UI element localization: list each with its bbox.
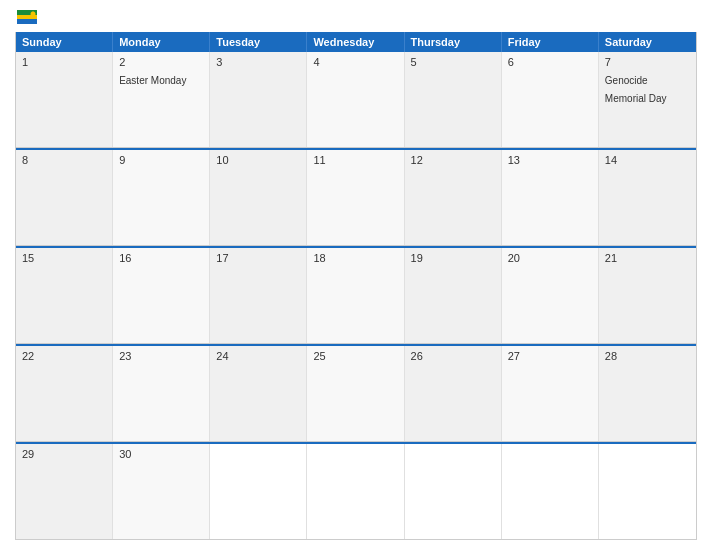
cell-date-number: 6 [508,56,592,68]
calendar-cell: 2Easter Monday [113,52,210,147]
header [15,10,697,24]
calendar-cell: 10 [210,150,307,245]
logo-flag-icon [17,10,37,24]
cell-date-number: 16 [119,252,203,264]
cell-date-number: 12 [411,154,495,166]
cell-date-number: 19 [411,252,495,264]
calendar-cell: 19 [405,248,502,343]
calendar-cell: 11 [307,150,404,245]
cell-date-number: 23 [119,350,203,362]
weekday-header-wednesday: Wednesday [307,32,404,52]
weekday-header-monday: Monday [113,32,210,52]
calendar-cell: 22 [16,346,113,441]
svg-rect-2 [17,19,37,24]
calendar-cell: 18 [307,248,404,343]
cell-date-number: 13 [508,154,592,166]
calendar-row-2: 891011121314 [16,148,696,246]
calendar-row-3: 15161718192021 [16,246,696,344]
cell-date-number: 14 [605,154,690,166]
calendar-cell: 24 [210,346,307,441]
logo [15,10,37,24]
calendar-cell: 14 [599,150,696,245]
weekday-header-friday: Friday [502,32,599,52]
cell-date-number: 22 [22,350,106,362]
cell-date-number: 30 [119,448,203,460]
cell-date-number: 8 [22,154,106,166]
cell-date-number: 25 [313,350,397,362]
calendar-cell: 21 [599,248,696,343]
cell-date-number: 7 [605,56,690,68]
calendar-cell: 13 [502,150,599,245]
cell-date-number: 15 [22,252,106,264]
page: SundayMondayTuesdayWednesdayThursdayFrid… [0,0,712,550]
calendar-cell: 12 [405,150,502,245]
calendar-cell [307,444,404,539]
calendar-cell: 9 [113,150,210,245]
cell-date-number: 21 [605,252,690,264]
calendar-cell: 27 [502,346,599,441]
calendar-cell [599,444,696,539]
calendar-cell: 26 [405,346,502,441]
calendar: SundayMondayTuesdayWednesdayThursdayFrid… [15,32,697,540]
calendar-cell: 29 [16,444,113,539]
cell-date-number: 4 [313,56,397,68]
cell-date-number: 29 [22,448,106,460]
cell-date-number: 9 [119,154,203,166]
calendar-cell: 17 [210,248,307,343]
cell-date-number: 3 [216,56,300,68]
calendar-cell: 28 [599,346,696,441]
calendar-cell: 16 [113,248,210,343]
cell-date-number: 17 [216,252,300,264]
calendar-cell: 20 [502,248,599,343]
cell-date-number: 1 [22,56,106,68]
calendar-row-1: 12Easter Monday34567Genocide Memorial Da… [16,52,696,148]
cell-date-number: 11 [313,154,397,166]
calendar-cell: 1 [16,52,113,147]
weekday-header-saturday: Saturday [599,32,696,52]
cell-date-number: 5 [411,56,495,68]
calendar-body: 12Easter Monday34567Genocide Memorial Da… [16,52,696,539]
calendar-cell: 25 [307,346,404,441]
cell-date-number: 24 [216,350,300,362]
weekday-header-sunday: Sunday [16,32,113,52]
cell-date-number: 10 [216,154,300,166]
calendar-cell [405,444,502,539]
cell-date-number: 20 [508,252,592,264]
cell-date-number: 26 [411,350,495,362]
calendar-cell [502,444,599,539]
calendar-cell: 30 [113,444,210,539]
calendar-cell: 23 [113,346,210,441]
cell-date-number: 2 [119,56,203,68]
calendar-cell: 4 [307,52,404,147]
calendar-cell: 6 [502,52,599,147]
cell-event-label: Easter Monday [119,75,186,86]
cell-date-number: 28 [605,350,690,362]
calendar-cell: 8 [16,150,113,245]
calendar-cell: 3 [210,52,307,147]
weekday-header-thursday: Thursday [405,32,502,52]
calendar-row-5: 2930 [16,442,696,539]
calendar-cell: 15 [16,248,113,343]
calendar-cell: 7Genocide Memorial Day [599,52,696,147]
calendar-cell: 5 [405,52,502,147]
calendar-row-4: 22232425262728 [16,344,696,442]
cell-event-label: Genocide Memorial Day [605,75,667,104]
calendar-header: SundayMondayTuesdayWednesdayThursdayFrid… [16,32,696,52]
cell-date-number: 18 [313,252,397,264]
calendar-cell [210,444,307,539]
weekday-header-tuesday: Tuesday [210,32,307,52]
cell-date-number: 27 [508,350,592,362]
